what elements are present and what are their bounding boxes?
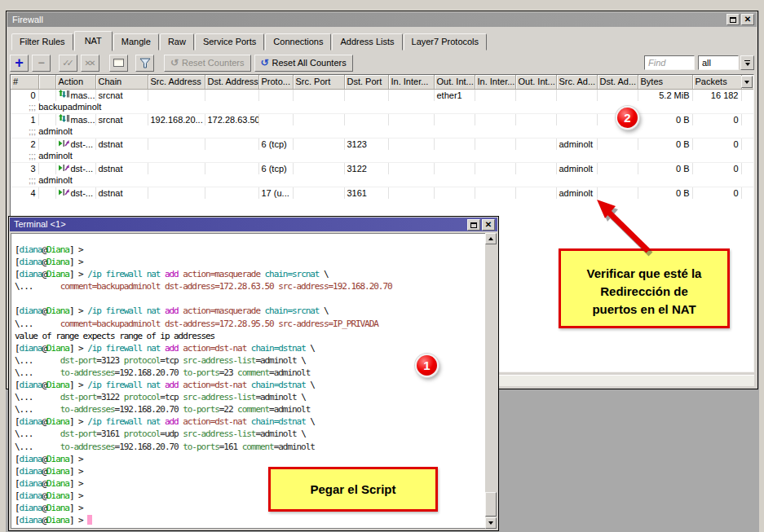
callout-text-line: puertos en el NAT	[561, 301, 727, 319]
scroll-up-button[interactable]	[485, 233, 497, 244]
tab-mangle[interactable]: Mangle	[113, 33, 159, 51]
firewall-rule-row[interactable]: 3dst-...dstnat6 (tcp)3122adminolt0 B0	[11, 162, 753, 174]
firewall-toolbar: + − ✓✓ ✕✕ ↺ Reset Counters ↺ Reset All C…	[10, 52, 754, 73]
terminal-line: \... dst-port=3122 protocol=tcp src-addr…	[15, 391, 485, 403]
terminal-titlebar[interactable]: Terminal <1> ✕	[10, 218, 497, 231]
table-header-row: #ActionChainSrc. AddressDst. AddressProt…	[11, 75, 753, 89]
callout-text-line: Redirección de	[561, 283, 727, 301]
terminal-scrollbar[interactable]	[485, 233, 497, 529]
disable-rule-button[interactable]: ✕✕	[81, 55, 99, 72]
dst-nat-icon	[59, 187, 69, 198]
cross-icon: ✕✕	[85, 59, 94, 68]
annotation-badge-1: 1	[415, 354, 439, 377]
terminal-close-button[interactable]: ✕	[482, 219, 495, 231]
firewall-rule-row[interactable]: 2dst-...dstnat6 (tcp)3123adminolt0 B0	[11, 138, 753, 150]
chevron-down-icon	[744, 60, 750, 61]
maximize-icon	[730, 17, 736, 23]
reset-all-icon: ↺	[261, 57, 269, 68]
find-input[interactable]	[644, 55, 695, 70]
column-header[interactable]: In. Inter...	[475, 75, 515, 89]
column-header[interactable]: Dst. Address	[205, 75, 258, 89]
masquerade-icon	[59, 114, 69, 125]
column-header[interactable]: Dst. Port	[344, 75, 388, 89]
close-button[interactable]: ✕	[741, 14, 754, 25]
minus-icon: −	[38, 56, 44, 69]
column-header[interactable]: Src. Port	[293, 75, 344, 89]
reset-all-counters-button[interactable]: ↺ Reset All Counters	[254, 55, 353, 72]
column-header[interactable]: Chain	[95, 75, 148, 89]
dst-nat-icon	[59, 163, 69, 174]
close-icon: ✕	[485, 221, 492, 229]
terminal-line: \... comment=backupadminolt dst-address=…	[15, 318, 485, 330]
comment-row[interactable]: ;;; backupadminolt	[11, 101, 753, 113]
tab-layer7-protocols[interactable]: Layer7 Protocols	[404, 33, 488, 51]
check-icon: ✓✓	[62, 58, 70, 68]
terminal-line: \... to-addresses=192.168.20.70 to-ports…	[15, 441, 485, 453]
column-header[interactable]	[38, 75, 55, 89]
plus-icon: +	[15, 56, 24, 69]
masquerade-icon	[59, 90, 69, 100]
maximize-icon	[470, 222, 477, 228]
terminal-maximize-button[interactable]	[467, 219, 480, 231]
terminal-cursor	[87, 515, 92, 525]
terminal-line: [diana@Diana] > /ip firewall nat add act…	[15, 342, 485, 354]
reset-counters-button[interactable]: ↺ Reset Counters	[164, 55, 251, 72]
annotation-badge-2: 2	[616, 106, 639, 130]
remove-rule-button[interactable]: −	[32, 55, 51, 72]
column-header[interactable]: Out. Int...	[515, 75, 556, 89]
firewall-titlebar[interactable]: Firewall ✕	[7, 12, 757, 27]
column-header[interactable]: Dst. Ad...	[597, 75, 638, 89]
filter-scope-dropdown-button[interactable]	[740, 55, 754, 70]
nat-table: #ActionChainSrc. AddressDst. AddressProt…	[11, 75, 754, 199]
terminal-line: \... comment=backupadminolt dst-address=…	[15, 280, 485, 292]
callout-text-line: Verificar que esté la	[561, 265, 727, 283]
comment-row[interactable]: ;;; adminolt	[11, 150, 753, 162]
maximize-button[interactable]	[726, 14, 740, 25]
reset-icon: ↺	[170, 57, 179, 68]
column-header[interactable]: Out. Int...	[434, 75, 475, 89]
enable-rule-button[interactable]: ✓✓	[59, 55, 77, 72]
terminal-line: [diana@Diana] >	[15, 256, 485, 268]
column-header[interactable]: #	[11, 75, 38, 89]
column-header[interactable]: Action	[55, 75, 95, 89]
filter-button[interactable]	[135, 55, 154, 72]
paste-script-callout: Pegar el Script	[268, 467, 438, 512]
scrollbar-thumb[interactable]	[485, 492, 497, 517]
screen: { "firewall_window": { "title": "Firewal…	[0, 0, 764, 532]
tab-nat[interactable]: NAT	[74, 31, 113, 51]
dst-nat-icon	[59, 138, 69, 149]
tab-address-lists[interactable]: Address Lists	[332, 33, 402, 51]
terminal-line: [diana@Diana] >	[15, 244, 485, 256]
tab-connections[interactable]: Connections	[265, 33, 331, 51]
add-rule-button[interactable]: +	[10, 55, 29, 72]
arrow-up-icon	[488, 237, 493, 240]
terminal-line: [diana@Diana] > /ip firewall nat add act…	[15, 379, 485, 391]
comment-button[interactable]	[109, 55, 128, 72]
filter-scope-dropdown[interactable]: all	[698, 55, 739, 70]
terminal-line: value of range expects range of ip addre…	[15, 330, 485, 342]
arrow-annotation	[571, 196, 660, 261]
close-icon: ✕	[744, 15, 751, 24]
column-selector-button[interactable]	[741, 76, 753, 88]
terminal-line: \... dst-port=3161 protocol=udp src-addr…	[15, 428, 485, 440]
firewall-window-title: Firewall	[12, 15, 43, 24]
terminal-line: [diana@Diana] >	[15, 453, 485, 465]
firewall-rule-row[interactable]: 1mas...srcnat192.168.20...172.28.63.500 …	[11, 113, 753, 125]
tab-raw[interactable]: Raw	[160, 33, 194, 51]
column-header[interactable]: Src. Ad...	[556, 75, 597, 89]
terminal-line: \... to-addresses=192.168.20.70 to-ports…	[15, 403, 485, 415]
comment-row[interactable]: ;;; adminolt	[11, 174, 753, 187]
column-header[interactable]: Bytes	[638, 75, 692, 89]
column-header[interactable]: In. Inter...	[388, 75, 434, 89]
tab-filter-rules[interactable]: Filter Rules	[11, 33, 73, 51]
tab-service-ports[interactable]: Service Ports	[195, 33, 264, 51]
column-header[interactable]: Proto...	[258, 75, 293, 89]
scroll-down-button[interactable]	[485, 517, 497, 529]
firewall-rule-row[interactable]: 0mas...srcnatether15.2 MiB16 182	[11, 89, 753, 101]
column-header[interactable]: Packets	[692, 75, 741, 89]
column-header[interactable]: Src. Address	[148, 75, 205, 89]
comment-row[interactable]: ;;; adminolt	[11, 125, 753, 138]
terminal-line	[15, 292, 485, 305]
chevron-down-icon	[744, 81, 749, 84]
terminal-window-title: Terminal <1>	[14, 219, 66, 229]
